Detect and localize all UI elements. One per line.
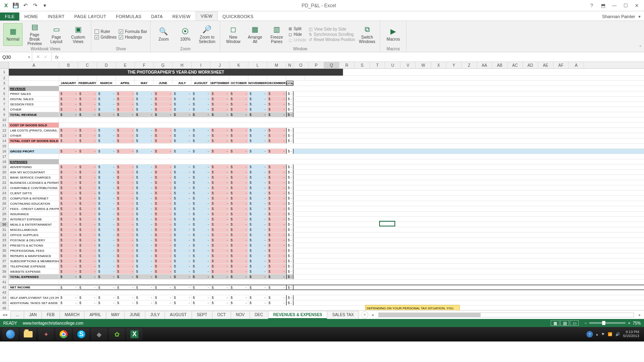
data-cell[interactable]: $-	[135, 295, 154, 300]
macros-button[interactable]: ▶Macros	[384, 23, 403, 46]
row-header-19[interactable]: 19	[0, 165, 8, 170]
view-custom-button[interactable]: ▣Custom Views	[68, 23, 88, 46]
switch-windows-button[interactable]: ⧉Switch Windows	[357, 23, 377, 46]
data-cell[interactable]: $-	[154, 217, 173, 222]
month-header[interactable]: OCTOBER	[229, 81, 248, 86]
data-cell[interactable]: $-	[97, 138, 116, 143]
row-label[interactable]: PRESETS & ACTIONS	[9, 243, 59, 248]
tray-up-icon[interactable]: ▴	[596, 332, 598, 336]
data-cell[interactable]: $-	[97, 128, 116, 133]
zoom-selection-button[interactable]: 🔎Zoom to Selection	[197, 23, 217, 46]
data-cell[interactable]: $-	[97, 201, 116, 206]
sheet-tab-sales-tax[interactable]: SALES TAX	[327, 311, 359, 319]
data-cell[interactable]: $-	[154, 285, 173, 290]
sheet-tab--[interactable]: ...	[10, 311, 24, 319]
data-cell[interactable]: $-	[211, 227, 229, 232]
data-cell[interactable]: $-	[229, 133, 248, 138]
name-box[interactable]: Q30	[0, 52, 32, 62]
col-header-A[interactable]: A	[569, 62, 584, 68]
section-header[interactable]: COST OF GOODS SOLD	[9, 123, 59, 128]
data-cell[interactable]: $-	[135, 259, 154, 263]
data-cell[interactable]: $-	[173, 165, 192, 169]
data-cell[interactable]: $-	[211, 201, 229, 206]
data-cell[interactable]: $-	[78, 295, 97, 300]
redo-icon[interactable]: ↷	[31, 2, 39, 9]
data-cell[interactable]: $-	[78, 285, 97, 290]
data-cell[interactable]: $-	[267, 227, 286, 232]
data-cell[interactable]: $-	[229, 170, 248, 175]
tray-vol-icon[interactable]: 🔊	[615, 332, 620, 336]
row-label[interactable]: SUBSCRIPTIONS & MEMBERSHIPS	[9, 259, 59, 263]
data-cell[interactable]: $-	[173, 196, 192, 201]
data-cell[interactable]: $-	[135, 232, 154, 237]
user-menu[interactable]: Shannan Painter	[599, 12, 644, 21]
col-header-P[interactable]: P	[309, 62, 324, 68]
data-cell[interactable]: $-	[78, 185, 97, 190]
zoom-out-icon[interactable]: −	[584, 321, 587, 325]
row-label[interactable]: REPAIRS & MAINTENANCE	[9, 253, 59, 258]
data-cell[interactable]: $-	[211, 107, 229, 112]
data-cell[interactable]: $-	[59, 217, 78, 222]
data-cell[interactable]: $-	[267, 165, 286, 169]
data-cell[interactable]: $-	[248, 300, 267, 305]
data-cell[interactable]: $-	[59, 175, 78, 180]
data-cell[interactable]: $-	[267, 112, 286, 117]
ribbon-tab-view[interactable]: VIEW	[196, 12, 218, 21]
data-cell[interactable]: $-	[286, 138, 293, 143]
data-cell[interactable]: $-	[59, 91, 78, 96]
col-header-X[interactable]: X	[431, 62, 446, 68]
data-cell[interactable]: $-	[59, 97, 78, 101]
data-cell[interactable]: $-	[154, 196, 173, 201]
data-cell[interactable]: $-	[192, 180, 211, 185]
row-header-21[interactable]: 21	[0, 175, 8, 180]
data-cell[interactable]: $-	[97, 253, 116, 258]
data-cell[interactable]: $-	[173, 97, 192, 101]
data-cell[interactable]: $-	[59, 248, 78, 253]
data-cell[interactable]: $-	[211, 185, 229, 190]
month-header[interactable]: APRIL	[116, 81, 135, 86]
data-cell[interactable]: $-	[135, 222, 154, 227]
data-cell[interactable]: $-	[97, 91, 116, 96]
data-cell[interactable]: $-	[267, 175, 286, 180]
data-cell[interactable]: $-	[116, 170, 135, 175]
month-header[interactable]: FEBRUARY	[78, 81, 97, 86]
view-pagelayout-button[interactable]: ▭Page Layout	[47, 23, 66, 46]
row-header-3[interactable]: 3	[0, 81, 8, 86]
row-header-18[interactable]: 18	[0, 159, 8, 165]
data-cell[interactable]: $-	[78, 222, 97, 227]
row-header-26[interactable]: 26	[0, 201, 8, 206]
col-header-G[interactable]: G	[154, 62, 173, 68]
data-cell[interactable]: $-	[248, 222, 267, 227]
col-header-H[interactable]: H	[173, 62, 192, 68]
row-header-25[interactable]: 25	[0, 196, 8, 201]
data-cell[interactable]: $-	[97, 107, 116, 112]
view-pagebreak-button[interactable]: ▤Page Break Preview	[25, 23, 44, 46]
data-cell[interactable]: $-	[229, 97, 248, 101]
data-cell[interactable]: $-	[78, 264, 97, 269]
data-cell[interactable]: $-	[154, 201, 173, 206]
data-cell[interactable]: $-	[248, 259, 267, 263]
data-cell[interactable]: $-	[267, 259, 286, 263]
data-cell[interactable]: $-	[154, 259, 173, 263]
col-header-O[interactable]: O	[293, 62, 309, 68]
data-cell[interactable]: $-	[286, 175, 293, 180]
month-header[interactable]: SEPTEMBER	[211, 81, 229, 86]
data-cell[interactable]: $-	[97, 269, 116, 274]
data-cell[interactable]: $-	[97, 185, 116, 190]
data-cell[interactable]: $-	[229, 300, 248, 305]
cell[interactable]	[9, 81, 59, 86]
sheet-tab-april[interactable]: APRIL	[84, 311, 106, 319]
data-cell[interactable]: $-	[116, 264, 135, 269]
ribbon-tab-home[interactable]: HOME	[19, 12, 43, 21]
data-cell[interactable]: $-	[116, 191, 135, 195]
collapse-ribbon-icon[interactable]: ˄	[639, 45, 642, 50]
row-header-20[interactable]: 20	[0, 170, 8, 175]
data-cell[interactable]: $-	[192, 138, 211, 143]
zoom-in-icon[interactable]: +	[628, 321, 630, 325]
data-cell[interactable]: $-	[248, 128, 267, 133]
data-cell[interactable]: $-	[59, 102, 78, 107]
data-cell[interactable]: $-	[248, 91, 267, 96]
data-cell[interactable]: $-	[173, 175, 192, 180]
data-cell[interactable]: $-	[192, 217, 211, 222]
data-cell[interactable]: $-	[192, 128, 211, 133]
